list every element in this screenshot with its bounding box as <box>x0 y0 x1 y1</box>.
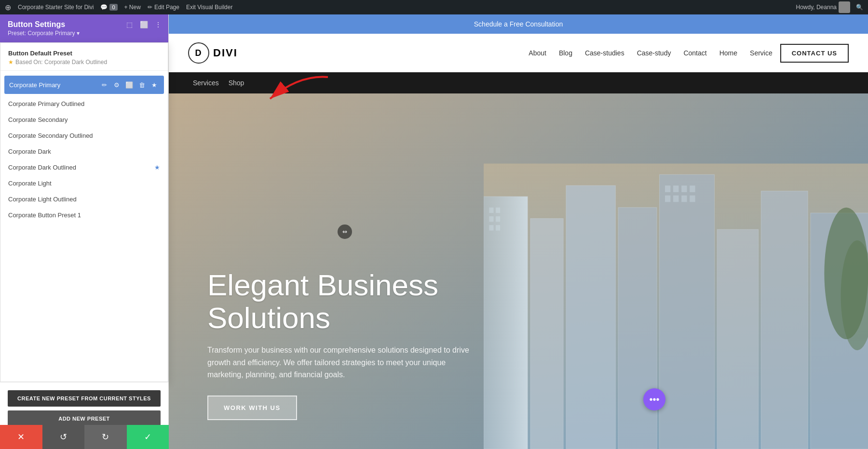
site-name-label: Corporate Starter Site for Divi <box>18 4 94 11</box>
redo-button[interactable]: ↻ <box>84 425 127 449</box>
site-logo[interactable]: D DIVI <box>188 42 238 64</box>
nav-link-contact[interactable]: Contact <box>678 46 711 60</box>
svg-rect-18 <box>681 185 687 192</box>
contact-us-button[interactable]: CONTACT US <box>780 44 849 63</box>
preset-item-corporate-light-outlined[interactable]: Corporate Light Outlined <box>0 191 168 207</box>
search-item[interactable]: 🔍 <box>856 4 863 11</box>
svg-rect-15 <box>496 225 500 230</box>
svg-rect-17 <box>673 185 678 192</box>
hero-title: Elegant Business Solutions <box>207 269 521 334</box>
svg-rect-11 <box>496 208 500 213</box>
edit-page-item[interactable]: ✏ Edit Page <box>148 4 179 11</box>
layout-icon[interactable]: ⬜ <box>138 19 149 30</box>
star-preset-icon[interactable]: ★ <box>154 164 160 171</box>
site-top-bar: Schedule a Free Consultation <box>169 14 868 34</box>
new-label: + New <box>124 4 141 11</box>
site-nav-secondary: Services Shop <box>169 72 868 93</box>
based-on-label: Based On: Corporate Dark Outlined <box>15 59 107 66</box>
save-button[interactable]: ✓ <box>127 425 169 449</box>
drag-icon: ⇔ <box>342 228 347 235</box>
exit-builder-item[interactable]: Exit Visual Builder <box>186 4 233 11</box>
edit-page-label: Edit Page <box>154 4 179 11</box>
preset-item-corporate-secondary-outlined[interactable]: Corporate Secondary Outlined <box>0 128 168 144</box>
create-preset-button[interactable]: CREATE NEW PRESET FROM CURRENT STYLES <box>8 390 161 407</box>
chevron-down-icon: ▾ <box>77 30 80 37</box>
howdy-label: Howdy, Deanna <box>796 4 837 11</box>
preset-item-corporate-dark[interactable]: Corporate Dark <box>0 144 168 159</box>
svg-rect-6 <box>659 174 714 449</box>
logo-letter: D <box>195 48 203 58</box>
drag-handle[interactable]: ⇔ <box>338 224 352 239</box>
panel-header: Button Settings Preset: Corporate Primar… <box>0 14 168 42</box>
new-item[interactable]: + New <box>124 4 141 11</box>
fullscreen-icon[interactable]: ⬚ <box>124 19 135 30</box>
undo-button[interactable]: ↺ <box>42 425 85 449</box>
svg-rect-19 <box>690 185 695 192</box>
preset-item-corporate-light[interactable]: Corporate Light <box>0 175 168 191</box>
nav-link-services[interactable]: Services <box>188 76 224 90</box>
preset-item-corporate-secondary[interactable]: Corporate Secondary <box>0 112 168 128</box>
nav-link-home[interactable]: Home <box>715 46 742 60</box>
website-preview: ⇔ Schedule a Free Consultation D DIVI Ab… <box>169 14 868 449</box>
add-preset-button[interactable]: ADD NEW PRESET <box>8 410 161 427</box>
svg-rect-10 <box>489 208 493 213</box>
star-preset-icon[interactable]: ★ <box>149 80 159 90</box>
nav-link-blog[interactable]: Blog <box>554 46 577 60</box>
comments-icon: 💬 <box>100 4 108 11</box>
preset-name: Corporate Dark Outlined <box>8 164 76 171</box>
nav-link-service[interactable]: Service <box>745 46 777 60</box>
edit-preset-icon[interactable]: ✏ <box>99 80 109 90</box>
preset-name: Corporate Secondary <box>8 116 68 123</box>
preset-item-corporate-primary[interactable]: Corporate Primary ✏ ⚙ ⬜ 🗑 ★ <box>4 76 164 94</box>
left-panel: Button Settings Preset: Corporate Primar… <box>0 14 169 449</box>
nav-link-about[interactable]: About <box>524 46 551 60</box>
svg-rect-13 <box>496 216 500 222</box>
fab-dots-icon: ••• <box>649 394 659 405</box>
more-icon[interactable]: ⋮ <box>153 19 163 30</box>
admin-bar-right: Howdy, Deanna 🔍 <box>796 1 864 13</box>
top-bar-text: Schedule a Free Consultation <box>474 20 563 28</box>
nav-link-case-studies[interactable]: Case-studies <box>580 46 629 60</box>
nav-link-case-study[interactable]: Case-study <box>632 46 676 60</box>
preset-name: Corporate Light Outlined <box>8 196 77 203</box>
svg-rect-12 <box>489 216 493 222</box>
preset-item-corporate-primary-outlined[interactable]: Corporate Primary Outlined <box>0 96 168 112</box>
preset-name: Corporate Button Preset 1 <box>8 211 81 219</box>
svg-rect-16 <box>665 185 670 192</box>
preset-name-label: Preset: Corporate Primary <box>8 30 75 37</box>
based-on-row: ★ Based On: Corporate Dark Outlined <box>8 59 160 66</box>
exit-label: Exit Visual Builder <box>186 4 233 11</box>
dropdown-header: Button Default Preset ★ Based On: Corpor… <box>0 43 168 71</box>
primary-nav-links: About Blog Case-studies Case-study Conta… <box>524 44 849 63</box>
work-with-us-button[interactable]: WORK WITH US <box>207 396 297 420</box>
preset-item-corporate-dark-outlined[interactable]: Corporate Dark Outlined ★ <box>0 159 168 175</box>
comments-item[interactable]: 💬 0 <box>100 4 117 11</box>
admin-bar: ⊕ Corporate Starter Site for Divi 💬 0 + … <box>0 0 868 14</box>
svg-rect-4 <box>566 185 615 449</box>
star-based-on-icon: ★ <box>8 59 14 66</box>
edit-icon: ✏ <box>148 4 152 11</box>
preset-name: Corporate Primary <box>9 81 60 89</box>
panel-preset-label[interactable]: Preset: Corporate Primary ▾ <box>8 30 161 37</box>
preset-list: Corporate Primary ✏ ⚙ ⬜ 🗑 ★ Corporate Pr… <box>0 71 168 226</box>
logo-text: DIVI <box>213 47 238 59</box>
panel-header-icons: ⬚ ⬜ ⋮ <box>124 19 163 30</box>
save-icon: ✓ <box>144 432 151 442</box>
wp-logo-item[interactable]: ⊕ <box>5 3 11 12</box>
nav-link-shop[interactable]: Shop <box>224 76 249 90</box>
main-content: Button Settings Preset: Corporate Primar… <box>0 14 868 449</box>
preset-name: Corporate Light <box>8 180 52 187</box>
site-name-item[interactable]: Corporate Starter Site for Divi <box>18 4 94 11</box>
bottom-toolbar: ✕ ↺ ↻ ✓ <box>0 425 169 449</box>
cancel-button[interactable]: ✕ <box>0 425 42 449</box>
howdy-item[interactable]: Howdy, Deanna <box>796 1 851 13</box>
redo-icon: ↻ <box>102 432 109 442</box>
settings-preset-icon[interactable]: ⚙ <box>112 80 122 90</box>
svg-rect-21 <box>673 196 678 202</box>
cancel-icon: ✕ <box>17 432 25 442</box>
copy-preset-icon[interactable]: ⬜ <box>124 80 134 90</box>
wp-icon: ⊕ <box>5 3 11 12</box>
delete-preset-icon[interactable]: 🗑 <box>137 80 147 90</box>
fab-button[interactable]: ••• <box>643 388 665 410</box>
preset-item-corporate-button-preset-1[interactable]: Corporate Button Preset 1 <box>0 207 168 223</box>
